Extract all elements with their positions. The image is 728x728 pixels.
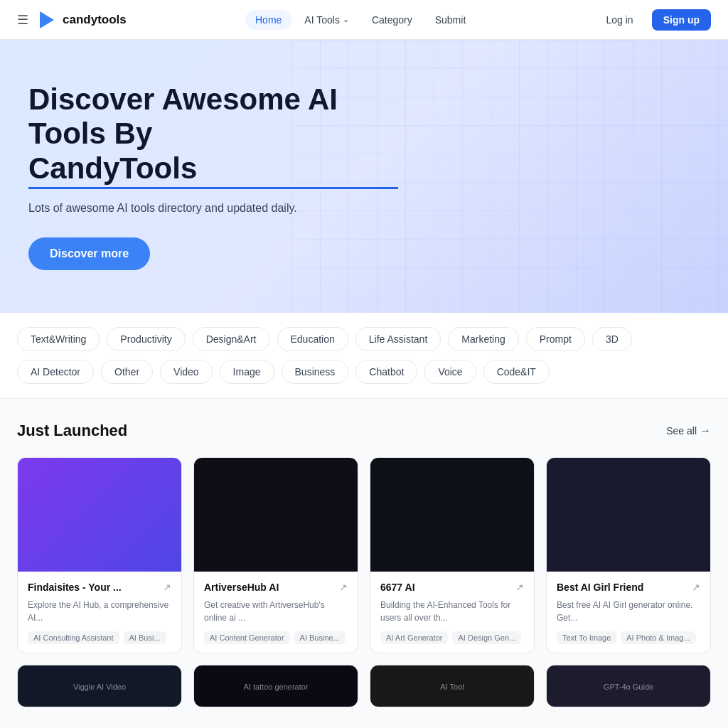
- hero-content: Discover Awesome AI Tools By CandyTools …: [28, 82, 398, 270]
- card-thumbnail: [18, 458, 181, 572]
- nav-links: Home AI Tools ⌄ Category Submit: [245, 10, 476, 30]
- tool-card[interactable]: ArtiverseHub AI ↗ Get creative with Arti…: [193, 457, 358, 653]
- see-all-link[interactable]: See all →: [666, 424, 711, 437]
- category-pill[interactable]: Productivity: [107, 327, 185, 351]
- navbar: ☰ candytools Home AI Tools ⌄ Category Su…: [0, 0, 728, 40]
- card-thumbnail: [370, 458, 534, 572]
- nav-ai-tools[interactable]: AI Tools ⌄: [294, 10, 359, 30]
- card-tag: AI Design Gen...: [452, 631, 521, 644]
- card-tag: AI Busi...: [124, 631, 166, 644]
- card-tags: AI Consulting AssistantAI Busi...: [28, 631, 171, 644]
- signup-button[interactable]: Sign up: [652, 9, 711, 31]
- nav-home[interactable]: Home: [245, 10, 291, 30]
- tool-card[interactable]: AI tattoo generator: [193, 665, 358, 707]
- section-header: Just Launched See all →: [17, 422, 711, 440]
- chevron-down-icon: ⌄: [343, 15, 349, 24]
- external-link-icon[interactable]: ↗: [515, 582, 524, 593]
- card-title: ArtiverseHub AI: [204, 582, 335, 593]
- card-tags: AI Content GeneratorAI Busine...: [204, 631, 348, 644]
- category-pill[interactable]: Life Assistant: [355, 327, 441, 351]
- category-row-1: Text&WritingProductivityDesign&ArtEducat…: [17, 327, 711, 351]
- card-tag: Text To Image: [557, 631, 616, 644]
- tool-card[interactable]: Findaisites - Your ... ↗ Explore the AI …: [17, 457, 182, 653]
- nav-left: ☰ candytools: [17, 9, 127, 31]
- card-description: Building the AI-Enhanced Tools for users…: [380, 599, 524, 624]
- card-title: Best AI Girl Friend: [557, 582, 687, 593]
- cards-grid: Findaisites - Your ... ↗ Explore the AI …: [17, 457, 711, 653]
- card-tag: AI Art Generator: [380, 631, 448, 644]
- card-thumbnail: GPT-4o Guide: [547, 665, 710, 707]
- card-title: Findaisites - Your ...: [28, 582, 159, 593]
- section-title: Just Launched: [17, 422, 127, 440]
- menu-button[interactable]: ☰: [17, 12, 28, 28]
- tool-card[interactable]: 6677 AI ↗ Building the AI-Enhanced Tools…: [370, 457, 535, 653]
- card-title: 6677 AI: [380, 582, 511, 593]
- category-pill[interactable]: Education: [277, 327, 348, 351]
- category-pill[interactable]: Other: [101, 360, 153, 384]
- category-pill[interactable]: Marketing: [448, 327, 518, 351]
- card-thumbnail: Viggle AI Video: [18, 665, 181, 707]
- category-pill[interactable]: AI Detector: [17, 360, 94, 384]
- tool-card[interactable]: AI Tool: [370, 665, 535, 707]
- card-thumbnail: [194, 458, 358, 572]
- brand-name: candytools: [63, 13, 127, 27]
- external-link-icon[interactable]: ↗: [163, 582, 171, 593]
- nav-right: Log in Sign up: [595, 9, 711, 31]
- card-thumbnail: AI tattoo generator: [194, 665, 358, 707]
- category-pill[interactable]: 3D: [592, 327, 632, 351]
- category-pill[interactable]: Image: [220, 360, 274, 384]
- card-tag: AI Consulting Assistant: [28, 631, 119, 644]
- nav-category[interactable]: Category: [362, 10, 422, 30]
- tool-card[interactable]: Best AI Girl Friend ↗ Best free AI AI Gi…: [546, 457, 711, 653]
- hero-section: Discover Awesome AI Tools By CandyTools …: [0, 40, 728, 313]
- card-tag: AI Busine...: [294, 631, 346, 644]
- login-button[interactable]: Log in: [595, 9, 645, 31]
- svg-marker-0: [40, 11, 54, 28]
- hero-title: Discover Awesome AI Tools By CandyTools: [28, 82, 398, 189]
- category-pill[interactable]: Voice: [424, 360, 476, 384]
- category-section: Text&WritingProductivityDesign&ArtEducat…: [0, 313, 728, 399]
- card-tag: AI Photo & Imag...: [621, 631, 695, 644]
- arrow-right-icon: →: [700, 424, 711, 437]
- category-pill[interactable]: Chatbot: [355, 360, 417, 384]
- category-pill[interactable]: Code&IT: [483, 360, 550, 384]
- card-thumbnail: [547, 458, 710, 572]
- hamburger-icon: ☰: [17, 13, 28, 27]
- cards-grid-2: Viggle AI Video AI tattoo generator AI T…: [17, 665, 711, 707]
- card-thumbnail: AI Tool: [370, 665, 534, 707]
- category-pill[interactable]: Text&Writing: [17, 327, 100, 351]
- category-pill[interactable]: Design&Art: [193, 327, 270, 351]
- category-pill[interactable]: Video: [160, 360, 213, 384]
- card-tag: AI Content Generator: [204, 631, 290, 644]
- card-tags: Text To ImageAI Photo & Imag...: [557, 631, 700, 644]
- external-link-icon[interactable]: ↗: [339, 582, 348, 593]
- external-link-icon[interactable]: ↗: [692, 582, 700, 593]
- just-launched-section: Just Launched See all → Findaisites - Yo…: [0, 399, 728, 728]
- hero-subtitle: Lots of awesome AI tools directory and u…: [28, 202, 398, 215]
- tool-card[interactable]: Viggle AI Video: [17, 665, 182, 707]
- category-row-2: AI DetectorOtherVideoImageBusinessChatbo…: [17, 360, 711, 384]
- tool-card[interactable]: GPT-4o Guide: [546, 665, 711, 707]
- category-pill[interactable]: Prompt: [526, 327, 585, 351]
- discover-more-button[interactable]: Discover more: [28, 237, 150, 270]
- card-description: Best free AI AI Girl generator online. G…: [557, 599, 700, 624]
- category-pill[interactable]: Business: [282, 360, 349, 384]
- card-description: Explore the AI Hub, a comprehensive AI..…: [28, 599, 171, 624]
- nav-submit[interactable]: Submit: [425, 10, 476, 30]
- card-tags: AI Art GeneratorAI Design Gen...: [380, 631, 524, 644]
- card-description: Get creative with ArtiverseHub's online …: [204, 599, 348, 624]
- logo-icon: [34, 9, 57, 31]
